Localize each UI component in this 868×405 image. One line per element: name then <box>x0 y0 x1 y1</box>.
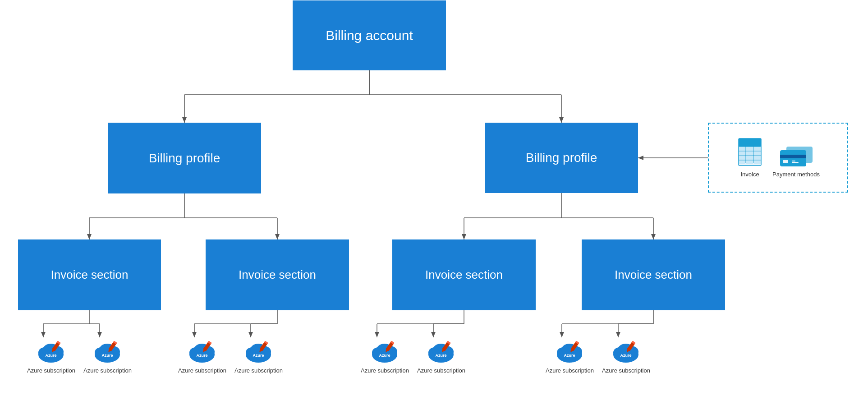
invoice-label: Invoice <box>741 171 759 178</box>
azure-subscription-2-label: Azure subscription <box>83 367 132 374</box>
svg-rect-62 <box>754 147 761 151</box>
azure-subscription-7-label: Azure subscription <box>546 367 594 374</box>
svg-marker-32 <box>192 332 197 337</box>
azure-subscription-2: Azure Azure subscription <box>83 337 132 374</box>
svg-rect-71 <box>754 161 761 164</box>
diagram-container: Billing account Billing profile Billing … <box>0 0 868 405</box>
svg-marker-35 <box>248 332 253 337</box>
invoice-section-2-box: Invoice section <box>206 239 349 310</box>
svg-text:Azure: Azure <box>379 353 390 358</box>
svg-marker-11 <box>87 234 92 239</box>
svg-text:Azure: Azure <box>197 353 208 358</box>
svg-text:Azure: Azure <box>436 353 447 358</box>
svg-marker-28 <box>97 332 102 337</box>
svg-rect-69 <box>739 161 745 164</box>
svg-marker-51 <box>638 156 643 160</box>
svg-rect-61 <box>746 147 753 151</box>
svg-marker-39 <box>375 332 379 337</box>
svg-rect-65 <box>754 152 761 155</box>
svg-text:Azure: Azure <box>564 353 575 358</box>
azure-subscription-5-label: Azure subscription <box>361 367 409 374</box>
svg-text:Azure: Azure <box>46 353 57 358</box>
invoice-section-4-box: Invoice section <box>582 239 725 310</box>
svg-marker-25 <box>41 332 46 337</box>
svg-rect-68 <box>754 156 761 160</box>
billing-profile-left-box: Billing profile <box>108 123 261 193</box>
azure-subscription-4: Azure Azure subscription <box>234 337 283 374</box>
payment-methods-label: Payment methods <box>772 171 820 178</box>
invoice-icon <box>736 138 763 169</box>
azure-subscription-8: Azure Azure subscription <box>602 337 650 374</box>
azure-subscription-1: Azure Azure subscription <box>27 337 75 374</box>
svg-marker-46 <box>560 332 564 337</box>
svg-rect-75 <box>783 160 788 163</box>
invoice-payment-panel: Invoice Payment methods <box>708 123 848 193</box>
svg-text:Azure: Azure <box>102 353 113 358</box>
azure-subscription-3: Azure Azure subscription <box>178 337 226 374</box>
svg-marker-7 <box>559 117 564 123</box>
azure-subscription-5: Azure Azure subscription <box>361 337 409 374</box>
azure-subscription-7: Azure Azure subscription <box>546 337 594 374</box>
billing-profile-right-box: Billing profile <box>485 123 638 193</box>
svg-rect-67 <box>746 156 753 160</box>
azure-subscription-3-label: Azure subscription <box>178 367 226 374</box>
svg-marker-14 <box>275 234 280 239</box>
svg-marker-21 <box>651 234 656 239</box>
svg-marker-42 <box>431 332 436 337</box>
payment-methods-icon <box>778 138 814 169</box>
svg-rect-76 <box>792 161 795 161</box>
svg-marker-18 <box>462 234 466 239</box>
svg-rect-66 <box>739 156 745 160</box>
invoice-icon-group: Invoice <box>736 138 763 178</box>
svg-text:Azure: Azure <box>620 353 632 358</box>
svg-rect-74 <box>780 155 806 158</box>
billing-account-box: Billing account <box>293 0 446 70</box>
azure-subscription-8-label: Azure subscription <box>602 367 650 374</box>
svg-rect-77 <box>792 162 799 163</box>
payment-methods-icon-group: Payment methods <box>772 138 820 178</box>
svg-rect-60 <box>739 147 745 151</box>
svg-rect-63 <box>739 152 745 155</box>
azure-subscription-6: Azure Azure subscription <box>417 337 465 374</box>
invoice-section-1-box: Invoice section <box>18 239 161 310</box>
svg-text:Azure: Azure <box>253 353 264 358</box>
azure-subscription-6-label: Azure subscription <box>417 367 465 374</box>
svg-marker-3 <box>182 117 187 123</box>
invoice-section-3-box: Invoice section <box>392 239 536 310</box>
svg-marker-49 <box>616 332 620 337</box>
svg-rect-64 <box>746 152 753 155</box>
svg-rect-70 <box>746 161 753 164</box>
azure-subscription-1-label: Azure subscription <box>27 367 75 374</box>
azure-subscription-4-label: Azure subscription <box>234 367 283 374</box>
svg-rect-59 <box>739 138 761 147</box>
